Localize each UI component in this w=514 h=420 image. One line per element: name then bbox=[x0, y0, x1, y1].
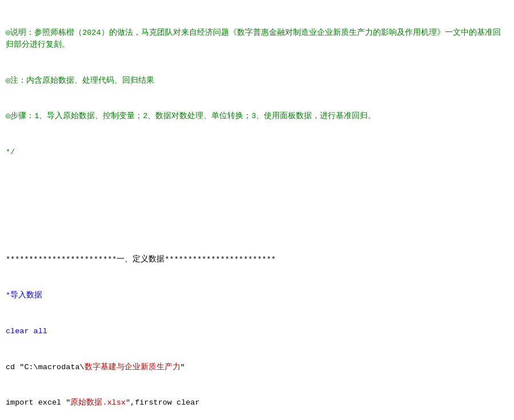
line-2: ◎注：内含原始数据、处理代码、回归结果 bbox=[6, 75, 508, 87]
line-5 bbox=[6, 183, 508, 195]
line-3: ◎步骤：1、导入原始数据、控制变量；2、数据对数处理、单位转换；3、使用面板数据… bbox=[6, 111, 508, 123]
line-11: import excel "原始数据.xlsx",firstrow clear bbox=[6, 397, 508, 409]
line-7-divider: ************************一、定义数据**********… bbox=[6, 254, 508, 266]
line-10: cd "C:\macrodata\数字基建与企业新质生产力" bbox=[6, 362, 508, 374]
line-9-clear-all: clear all bbox=[6, 326, 508, 338]
line-1: ◎说明：参照师栋楷（2024）的做法，马克团队对来自经济问题《数字普惠金融对制造… bbox=[6, 27, 508, 51]
line-6 bbox=[6, 219, 508, 231]
line-8: *导入数据 bbox=[6, 290, 508, 302]
code-content: ◎说明：参照师栋楷（2024）的做法，马克团队对来自经济问题《数字普惠金融对制造… bbox=[0, 2, 514, 420]
line-4: */ bbox=[6, 147, 508, 159]
code-editor[interactable]: ◎说明：参照师栋楷（2024）的做法，马克团队对来自经济问题《数字普惠金融对制造… bbox=[0, 0, 514, 420]
